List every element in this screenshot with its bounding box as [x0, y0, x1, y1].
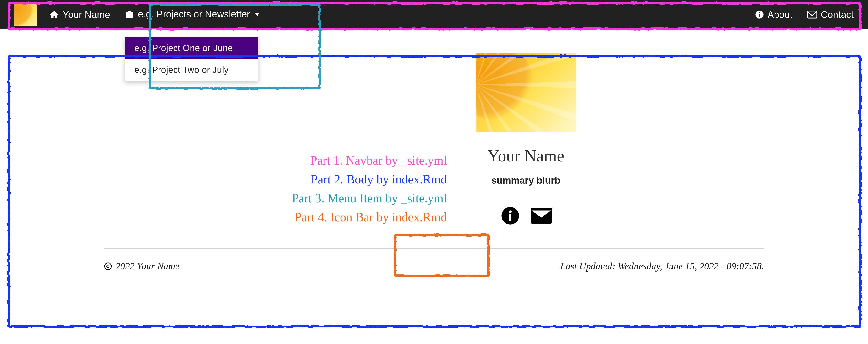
info-circle-icon — [755, 10, 764, 19]
svg-rect-5 — [509, 214, 512, 221]
icon-bar — [492, 200, 559, 231]
nav-home-label: Your Name — [63, 9, 110, 20]
footer-copyright: 2022 Your Name — [104, 260, 179, 272]
dropdown-item-1[interactable]: e.g. Project One or June — [125, 37, 258, 59]
profile-column: Your Name summary blurb — [475, 53, 576, 231]
iconbar-info-button[interactable] — [499, 205, 521, 227]
nav-about-label: About — [768, 9, 793, 20]
nav-right-group: About Contact — [755, 9, 854, 20]
profile-summary: summary blurb — [491, 175, 560, 186]
envelope-icon — [807, 10, 817, 19]
nav-left-group: Your Name e.g. Projects or Newsletter e.… — [49, 9, 260, 20]
svg-rect-3 — [807, 11, 817, 18]
svg-point-6 — [509, 210, 512, 213]
annotation-part1: Part 1. Navbar by _site.yml — [310, 153, 447, 168]
home-icon — [49, 9, 59, 20]
annotation-part4: Part 4. Icon Bar by index.Rmd — [294, 210, 447, 224]
footer: 2022 Your Name Last Updated: Wednesday, … — [104, 249, 764, 272]
nav-about[interactable]: About — [755, 9, 793, 20]
annotation-part3: Part 3. Menu Item by _site.yml — [292, 191, 447, 205]
navbar: Your Name e.g. Projects or Newsletter e.… — [0, 0, 868, 29]
copyright-icon — [104, 262, 112, 270]
profile-name: Your Name — [487, 146, 564, 166]
annotation-column: Part 1. Navbar by _site.yml Part 2. Body… — [292, 53, 447, 231]
dropdown-item-2-label: e.g. Project Two or July — [134, 65, 228, 75]
svg-rect-1 — [759, 14, 760, 17]
annotation-part2: Part 2. Body by index.Rmd — [311, 172, 447, 187]
brand-logo[interactable] — [14, 3, 37, 26]
nav-projects-label: e.g. Projects or Newsletter — [138, 9, 250, 20]
dropdown-menu: e.g. Project One or June e.g. Project Tw… — [125, 37, 258, 81]
briefcase-icon — [125, 9, 135, 19]
caret-down-icon — [255, 13, 260, 16]
nav-contact-label: Contact — [820, 9, 854, 20]
dropdown-item-2[interactable]: e.g. Project Two or July — [125, 59, 258, 81]
svg-point-7 — [105, 263, 112, 269]
footer-copyright-text: 2022 Your Name — [116, 260, 179, 272]
nav-projects-dropdown[interactable]: e.g. Projects or Newsletter e.g. Project… — [125, 9, 260, 20]
dropdown-item-1-label: e.g. Project One or June — [134, 43, 233, 53]
svg-point-2 — [759, 12, 760, 13]
footer-updated: Last Updated: Wednesday, June 15, 2022 -… — [560, 260, 764, 272]
profile-image — [475, 53, 576, 132]
info-circle-icon — [501, 206, 520, 225]
nav-home[interactable]: Your Name — [49, 9, 110, 20]
nav-contact[interactable]: Contact — [807, 9, 854, 20]
iconbar-mail-button[interactable] — [531, 205, 552, 227]
nav-projects-toggle[interactable]: e.g. Projects or Newsletter — [125, 9, 260, 20]
footer-wrap: 2022 Your Name Last Updated: Wednesday, … — [104, 248, 764, 272]
envelope-icon — [531, 207, 552, 224]
